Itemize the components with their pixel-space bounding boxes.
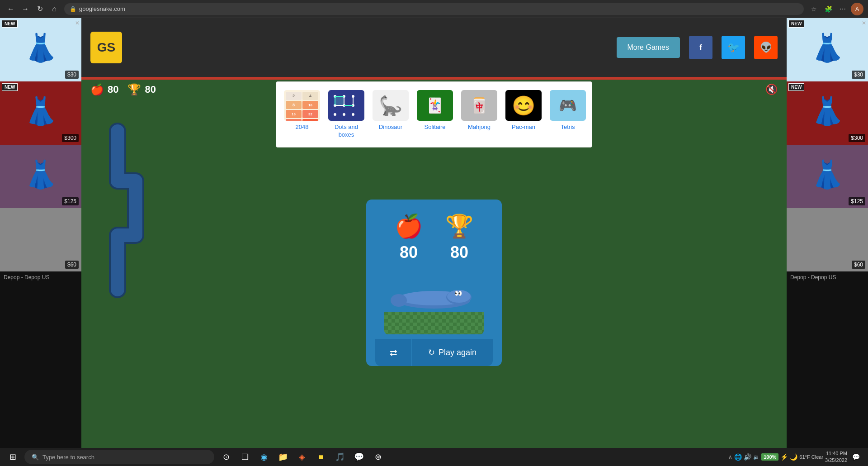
start-button[interactable]: ⊞	[2, 448, 24, 466]
right-ad-item-2[interactable]: NEW 👗 $300	[787, 81, 868, 145]
right-ad-item-1[interactable]: NEW ✕ 👗 $30	[787, 18, 868, 81]
game-label-dinosaur: Dinosaur	[379, 124, 402, 131]
game-label-tetris: Tetris	[561, 124, 575, 131]
reddit-button[interactable]: 👽	[754, 36, 778, 59]
facebook-icon: f	[699, 43, 702, 52]
right-ad-price-4: $60	[852, 261, 865, 269]
svg-point-9	[352, 113, 354, 116]
current-score-item: 🍎 80	[90, 83, 118, 96]
right-ad-item-4[interactable]: $60	[787, 208, 868, 271]
right-ad-image-3: 👗	[787, 145, 868, 204]
twitter-icon: 🐦	[727, 42, 740, 53]
svg-point-22	[391, 294, 407, 307]
ad-item-1[interactable]: NEW ✕ 👗 $30	[0, 18, 81, 81]
ad-brand: Depop - Depop US	[0, 271, 81, 283]
url-text: googlesnake.com	[79, 5, 125, 12]
modal-high-score-value: 80	[450, 243, 468, 262]
left-ad: NEW ✕ 👗 $30 NEW 👗 $300 👗 $125 $60 Depop …	[0, 18, 81, 466]
more-button[interactable]: ⋯	[836, 3, 849, 15]
battery-indicator: 100%	[761, 453, 778, 461]
battery-value: 100%	[764, 454, 776, 460]
game-thumb-2048: 24 816 1632 3264	[284, 90, 320, 121]
game-item-mahjong[interactable]: 🀄 Mahjong	[459, 87, 500, 142]
bookmark-button[interactable]: ☆	[807, 3, 820, 15]
taskbar-app-explorer[interactable]: 📁	[274, 448, 292, 466]
nav-buttons: ← → ↻ ⌂	[5, 3, 61, 15]
high-score-item: 🏆 80	[127, 83, 156, 96]
profile-avatar[interactable]: A	[851, 3, 863, 15]
new-badge: NEW	[2, 20, 18, 28]
taskbar-right: ∧ 🌐 🔊 🔉 100% ⚡ 🌙 61°F Clear 11:40 PM 3/2…	[725, 450, 866, 464]
new-badge-2: NEW	[2, 83, 18, 91]
mute-button[interactable]: 🔇	[765, 84, 778, 95]
ad-item-4[interactable]: $60	[0, 208, 81, 271]
taskbar-discord[interactable]: 💬	[350, 448, 368, 466]
taskbar-search[interactable]: 🔍 Type here to search	[24, 450, 214, 464]
search-placeholder-text: Type here to search	[42, 454, 94, 461]
modal-bottom: ⇄ ↻ Play again	[375, 339, 493, 366]
apple-score-icon: 🍎	[90, 83, 104, 96]
game-item-pacman[interactable]: 😊 Pac-man	[503, 87, 544, 142]
gs-logo[interactable]: GS	[90, 32, 122, 63]
cortana-icon[interactable]: ⊙	[217, 448, 235, 466]
back-button[interactable]: ←	[5, 3, 17, 15]
volume-icon: 🔉	[753, 454, 760, 460]
game-thumb-dinosaur: 🦕	[373, 90, 409, 121]
refresh-button[interactable]: ↻	[33, 3, 46, 15]
snake-canvas: 🍎 80 🏆 80	[81, 100, 787, 466]
ad-price-4: $60	[65, 261, 79, 269]
address-bar[interactable]: 🔒 googlesnake.com	[64, 3, 804, 15]
game-item-tetris[interactable]: 🎮 Tetris	[547, 87, 588, 142]
svg-point-8	[343, 113, 345, 116]
high-score-value: 80	[145, 84, 156, 95]
right-close-ad-icon[interactable]: ✕	[862, 20, 866, 26]
power-icon: ⚡	[780, 453, 788, 461]
modal-high-score: 🏆 80	[445, 213, 473, 262]
close-ad-icon[interactable]: ✕	[75, 20, 80, 26]
taskbar-spotify[interactable]: 🎵	[331, 448, 349, 466]
dead-snake-svg: 👀	[384, 276, 484, 312]
twitter-button[interactable]: 🐦	[722, 36, 745, 59]
game-item-dinosaur[interactable]: 🦕 Dinosaur	[370, 87, 411, 142]
extension-button[interactable]: 🧩	[822, 3, 835, 15]
game-label-2048: 2048	[296, 124, 309, 131]
game-thumb-tetris: 🎮	[550, 90, 586, 121]
ad-item-3[interactable]: 👗 $125	[0, 145, 81, 208]
game-thumb-pacman: 😊	[505, 90, 542, 121]
notification-icon[interactable]: 💬	[849, 450, 863, 464]
ad-price-2: $300	[62, 134, 79, 142]
taskbar-icons: ⊙ ❑ ◉ 📁 ◈ ■ 🎵 💬 ⊛	[217, 448, 387, 466]
game-thumb-dots	[328, 90, 364, 121]
center-area: GS More Games f 🐦 👽 24 816 1632	[81, 18, 787, 466]
shuffle-icon: ⇄	[390, 347, 397, 358]
home-button[interactable]: ⌂	[48, 3, 61, 15]
game-label-dots: Dots and boxes	[329, 124, 364, 139]
search-icon: 🔍	[32, 454, 39, 461]
facebook-button[interactable]: f	[689, 36, 712, 59]
game-label-pacman: Pac-man	[512, 124, 535, 131]
taskbar-app-edge[interactable]: ◉	[255, 448, 273, 466]
more-games-button[interactable]: More Games	[617, 37, 680, 58]
forward-button[interactable]: →	[19, 3, 32, 15]
right-new-badge-2: NEW	[788, 83, 804, 91]
ad-item-2[interactable]: NEW 👗 $300	[0, 81, 81, 145]
taskbar-app-1[interactable]: ◈	[293, 448, 311, 466]
taskbar-app-2[interactable]: ■	[312, 448, 330, 466]
modal-current-score: 🍎 80	[395, 213, 423, 262]
modal-apple-icon: 🍎	[395, 213, 423, 239]
game-item-dots[interactable]: Dots and boxes	[326, 87, 367, 142]
game-item-solitaire[interactable]: 🃏 Solitaire	[415, 87, 455, 142]
refresh-icon: ↻	[428, 347, 435, 357]
right-ad-price-3: $125	[849, 197, 865, 205]
lock-icon: 🔒	[70, 6, 76, 12]
right-ad-item-3[interactable]: 👗 $125	[787, 145, 868, 208]
right-ad-price-2: $300	[849, 134, 865, 142]
time-display: 11:40 PM	[825, 450, 847, 457]
game-item-2048[interactable]: 24 816 1632 3264 2048	[282, 87, 322, 142]
taskview-icon[interactable]: ❑	[236, 448, 254, 466]
system-tray-icons: ∧	[728, 454, 732, 460]
taskbar-chrome[interactable]: ⊛	[369, 448, 387, 466]
shuffle-button[interactable]: ⇄	[375, 339, 411, 366]
play-again-button[interactable]: ↻ Play again	[411, 339, 493, 366]
right-ad: NEW ✕ 👗 $30 NEW 👗 $300 👗 $125 $60 Depop …	[787, 18, 868, 466]
